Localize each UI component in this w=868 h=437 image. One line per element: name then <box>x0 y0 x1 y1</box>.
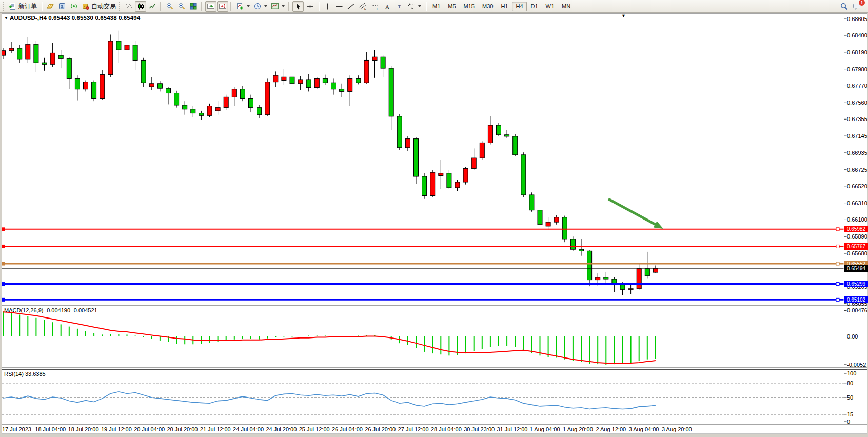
vertical-line-button[interactable] <box>322 1 333 12</box>
window-left-edge <box>0 13 2 437</box>
text-label-button[interactable]: T <box>393 1 405 12</box>
bar-chart-button[interactable] <box>123 1 134 12</box>
timeframe-button-m5[interactable]: M5 <box>444 2 459 11</box>
bar-chart-icon <box>125 3 133 10</box>
chart-shift-button[interactable] <box>217 1 228 12</box>
zoom-out-button[interactable] <box>176 1 187 12</box>
autotrading-icon <box>82 2 90 10</box>
tile-windows-button[interactable] <box>188 1 199 12</box>
price-axis-tick: 0.66100 <box>847 216 867 223</box>
line-right-handle[interactable] <box>836 228 839 231</box>
candle-up <box>480 143 484 158</box>
line-chart-icon <box>149 3 156 10</box>
time-axis-label: 27 Jul 12:00 <box>398 426 429 432</box>
candle-down <box>174 93 179 105</box>
candle-down <box>17 48 22 59</box>
chart-canvas[interactable] <box>0 0 868 437</box>
indicators-button[interactable] <box>234 1 251 12</box>
time-axis-label: 20 Jul 20:00 <box>167 426 198 432</box>
line-right-handle[interactable] <box>836 298 839 301</box>
timeframe-button-d1[interactable]: D1 <box>527 2 542 11</box>
line-right-handle[interactable] <box>836 245 839 248</box>
candle-down <box>497 125 501 135</box>
cursor-icon <box>294 3 302 10</box>
channel-button[interactable]: E <box>357 1 369 12</box>
rsi-label: RSI(14) 33.6385 <box>4 371 46 377</box>
candle-down <box>521 155 526 195</box>
price-tag: 0.65982 <box>844 226 868 232</box>
time-axis-label: 18 Jul 04:00 <box>35 426 66 432</box>
toolbar-grip[interactable] <box>119 2 122 11</box>
candle-down <box>645 269 649 276</box>
timeframe-button-h4[interactable]: H4 <box>512 2 526 11</box>
chart-dropdown-icon[interactable]: ▼ <box>621 13 626 18</box>
candle-down <box>199 113 204 116</box>
new-order-button[interactable]: 新订单 <box>7 1 38 12</box>
line-left-handle[interactable] <box>2 245 5 248</box>
annotation-arrow-shaft[interactable] <box>608 199 658 226</box>
candle-down <box>157 84 162 88</box>
new-chart-button[interactable] <box>45 1 56 12</box>
timeframe-button-w1[interactable]: W1 <box>542 2 558 11</box>
price-axis-tick: 0.67770 <box>847 83 867 89</box>
timeframe-button-m30[interactable]: M30 <box>479 2 497 11</box>
toolbar-grip[interactable] <box>3 2 6 11</box>
time-axis-label: 1 Aug 20:00 <box>563 426 593 432</box>
time-axis-label: 25 Jul 12:00 <box>299 426 330 432</box>
line-right-handle[interactable] <box>836 262 839 265</box>
line-chart-button[interactable] <box>147 1 158 12</box>
horizontal-line-button[interactable] <box>333 1 345 12</box>
timeframe-button-h1[interactable]: H1 <box>497 2 511 11</box>
line-left-handle[interactable] <box>2 227 5 231</box>
time-axis-label: 1 Aug 04:00 <box>530 426 560 432</box>
price-axis-tick: 0.67560 <box>847 100 867 106</box>
candle-down <box>141 60 146 83</box>
tile-windows-icon <box>189 2 198 10</box>
line-left-handle[interactable] <box>2 262 5 266</box>
candle-up <box>282 77 286 80</box>
text-button[interactable]: A <box>382 1 393 12</box>
candle-down <box>505 135 509 136</box>
time-axis-label: 17 Jul 2023 <box>2 426 31 432</box>
macd-axis-tick: 0.004765 <box>847 307 868 313</box>
templates-button[interactable] <box>269 1 286 12</box>
chart-title[interactable]: ▼AUDUSD-,H4 0.65443 0.65530 0.65438 0.65… <box>4 15 140 21</box>
line-left-handle[interactable] <box>2 298 5 302</box>
time-axis-label: 19 Jul 12:00 <box>101 426 132 432</box>
candle-up <box>149 84 154 87</box>
line-right-handle[interactable] <box>836 283 839 286</box>
candle-down <box>447 173 451 188</box>
cursor-button[interactable] <box>292 1 304 12</box>
auto-scroll-button[interactable] <box>205 1 216 12</box>
notifications-button[interactable]: 1 <box>853 2 862 11</box>
periods-button[interactable] <box>252 1 269 12</box>
trendline-button[interactable] <box>345 1 357 12</box>
candle-up <box>207 106 212 116</box>
shapes-button[interactable] <box>406 1 423 12</box>
sound-button[interactable] <box>68 1 80 12</box>
candle-up <box>455 182 460 188</box>
timeframe-group: M1M5M15M30H1H4D1W1MN <box>429 2 574 11</box>
line-left-handle[interactable] <box>2 282 5 286</box>
price-axis-tick: 0.66935 <box>847 150 867 156</box>
candle-down <box>183 105 187 109</box>
auto-trading-button[interactable]: 自动交易 <box>80 1 117 12</box>
fibonacci-button[interactable]: F <box>369 1 381 12</box>
profiles-button[interactable] <box>56 1 68 12</box>
time-axis-label: 3 Aug 04:00 <box>629 426 659 432</box>
rsi-axis-tick: 0 <box>847 419 850 425</box>
candle-up <box>273 75 278 82</box>
rsi-axis-tick: 15 <box>847 411 853 418</box>
candle-up <box>628 289 633 290</box>
zoom-in-button[interactable] <box>164 1 175 12</box>
timeframe-button-m1[interactable]: M1 <box>429 2 444 11</box>
annotation-arrow-head[interactable] <box>654 221 663 229</box>
candlestick-chart-button[interactable] <box>135 1 146 12</box>
time-axis-label: 21 Jul 12:00 <box>200 426 231 432</box>
crosshair-button[interactable] <box>304 1 315 12</box>
timeframe-button-mn[interactable]: MN <box>558 2 574 11</box>
search-icon[interactable] <box>840 2 849 11</box>
dropdown-caret <box>247 5 250 7</box>
sound-icon <box>70 2 78 10</box>
timeframe-button-m15[interactable]: M15 <box>460 2 478 11</box>
